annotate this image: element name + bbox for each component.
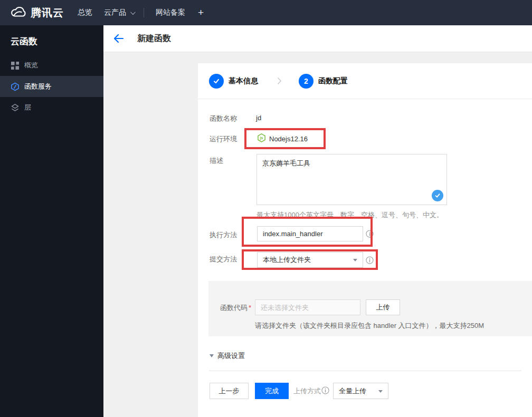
page-title: 新建函数 xyxy=(137,33,171,44)
cloud-logo-icon xyxy=(8,5,26,21)
info-icon[interactable] xyxy=(366,256,374,264)
upload-button[interactable]: 上传 xyxy=(366,299,400,315)
tencent-cloud-logo[interactable]: 腾讯云 xyxy=(8,5,64,21)
sidebar-item-label: 概览 xyxy=(24,61,38,70)
caret-down-icon xyxy=(353,259,357,261)
required-asterisk: * xyxy=(249,304,251,312)
finish-button[interactable]: 完成 xyxy=(255,383,289,399)
nav-add-button[interactable]: + xyxy=(198,7,204,18)
triangle-down-icon xyxy=(210,354,214,357)
sidebar-item-label: 层 xyxy=(24,103,31,112)
step2-number: 2 xyxy=(299,74,314,89)
top-navbar: 腾讯云 总览 云产品 网站备案 + xyxy=(0,0,532,25)
runtime-value: Nodejs12.16 xyxy=(269,135,308,143)
step-separator-icon xyxy=(277,77,282,85)
nav-divider xyxy=(144,8,144,17)
advanced-settings-toggle[interactable]: 高级设置 xyxy=(210,351,245,361)
advanced-settings-label: 高级设置 xyxy=(217,351,245,361)
sidebar-item-function-service[interactable]: 函数服务 xyxy=(0,76,103,97)
content-area: 基本信息 2 函数配置 函数名称 jd 运行环境 js xyxy=(103,53,532,417)
previous-step-button[interactable]: 上一步 xyxy=(210,383,249,399)
svg-text:js: js xyxy=(260,136,263,140)
sidebar-title: 云函数 xyxy=(0,25,103,55)
steps-indicator: 基本信息 2 函数配置 xyxy=(198,63,532,99)
sidebar-item-overview[interactable]: 概览 xyxy=(0,55,103,76)
layers-icon xyxy=(11,103,20,112)
runtime-label: 运行环境 xyxy=(210,134,237,144)
function-code-help-text: 请选择文件夹（该文件夹根目录应包含 handler 入口文件），最大支持250M xyxy=(255,321,484,331)
upload-mode-select[interactable]: 全量上传 xyxy=(333,383,388,399)
submit-method-label: 提交方法 xyxy=(210,255,237,264)
nav-item-overview[interactable]: 总览 xyxy=(78,8,92,17)
sidebar-item-label: 函数服务 xyxy=(24,82,52,91)
nav-item-cloud-products[interactable]: 云产品 xyxy=(104,8,134,17)
upload-mode-label: 上传方式 xyxy=(293,386,321,396)
handler-input[interactable] xyxy=(257,226,363,241)
description-textarea[interactable]: 京东薅羊毛工具 xyxy=(256,154,447,205)
function-name-label: 函数名称 xyxy=(210,114,237,123)
nodejs-icon: js xyxy=(257,133,266,144)
tencent-cloud-console: 腾讯云 总览 云产品 网站备案 + 云函数 概览 xyxy=(0,0,532,417)
function-name-value: jd xyxy=(256,114,261,122)
footer-divider xyxy=(209,371,521,371)
runtime-value-row: js Nodejs12.16 xyxy=(257,131,308,147)
back-arrow-icon[interactable] xyxy=(113,33,125,44)
chevron-down-icon xyxy=(130,9,136,15)
function-code-label: 函数代码* xyxy=(220,303,251,313)
nav-item-icp-filing[interactable]: 网站备案 xyxy=(156,8,185,17)
brand-name: 腾讯云 xyxy=(31,6,64,20)
create-function-card: 基本信息 2 函数配置 函数名称 jd 运行环境 js xyxy=(198,63,532,417)
function-code-section: 函数代码* 上传 请选择文件夹（该文件夹根目录应包含 handler 入口文件）… xyxy=(208,281,532,336)
step2-label: 函数配置 xyxy=(318,76,348,86)
info-icon[interactable] xyxy=(366,230,374,238)
description-field-wrap: 京东薅羊毛工具 xyxy=(256,154,447,205)
sidebar: 云函数 概览 函数服务 xyxy=(0,25,103,417)
grid-icon xyxy=(11,61,20,70)
upload-mode-value: 全量上传 xyxy=(339,386,366,396)
submit-method-select[interactable]: 本地上传文件夹 xyxy=(257,252,363,268)
description-label: 描述 xyxy=(210,156,223,166)
page-header: 新建函数 xyxy=(103,25,532,52)
submit-method-value: 本地上传文件夹 xyxy=(263,255,311,265)
step1-label: 基本信息 xyxy=(229,76,258,86)
valid-check-icon xyxy=(432,190,443,201)
caret-down-icon xyxy=(378,390,383,393)
info-icon[interactable] xyxy=(321,386,329,394)
scf-hexagon-icon xyxy=(11,82,20,91)
handler-label: 执行方法 xyxy=(210,230,237,240)
step1-done-icon xyxy=(209,74,224,89)
description-help-text: 最大支持1000个英文字母、数字、空格、逗号、句号、中文。 xyxy=(256,210,443,220)
folder-path-input[interactable] xyxy=(255,299,360,315)
sidebar-item-layers[interactable]: 层 xyxy=(0,97,103,118)
